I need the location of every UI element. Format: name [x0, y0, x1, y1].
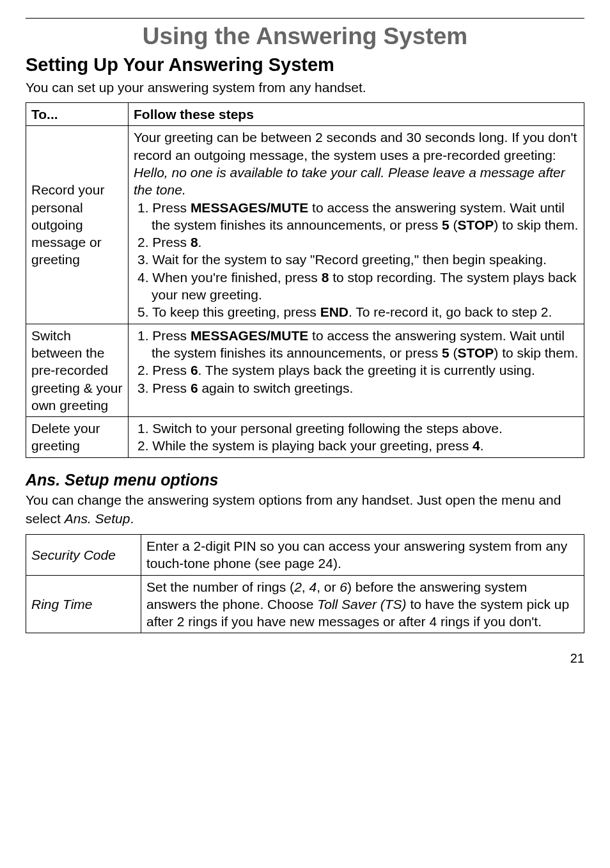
t: 1. Press — [137, 200, 191, 215]
step-item: 5. To keep this greeting, press END. To … — [134, 303, 579, 320]
t: Set the number of rings ( — [146, 580, 294, 594]
t: 3. Press — [137, 381, 191, 395]
row-steps-delete: 1. Switch to your personal greeting foll… — [129, 417, 584, 458]
key-5: 5 — [442, 217, 450, 232]
t: ) to skip them. — [494, 345, 578, 360]
stop-label: STOP — [458, 217, 494, 232]
step-item: 1. Press MESSAGES/MUTE to access the ans… — [134, 327, 579, 362]
option-security-code: Security Code — [26, 534, 141, 575]
t: ( — [450, 345, 458, 360]
key-8: 8 — [191, 235, 198, 249]
stop-label: STOP — [458, 345, 494, 360]
t: , — [302, 580, 309, 594]
toll-saver: Toll Saver (TS) — [317, 597, 406, 612]
table-row: Ring Time Set the number of rings (2, 4,… — [26, 575, 584, 633]
key-8: 8 — [322, 270, 329, 285]
ans-setup-menu-name: Ans. Setup — [65, 511, 130, 526]
ans-setup-heading: Ans. Setup menu options — [26, 470, 584, 491]
t: . To re-record it, go back to step 2. — [348, 304, 552, 319]
pre-text: Your greeting can be between 2 seconds a… — [134, 130, 577, 162]
ring-2: 2 — [294, 580, 302, 594]
step-item: 4. When you're finished, press 8 to stop… — [134, 269, 579, 304]
ans-setup-intro: You can change the answering system opti… — [26, 491, 584, 528]
end-label: END — [320, 304, 348, 319]
messages-mute-label: MESSAGES/MUTE — [191, 200, 308, 215]
step-item: 2. Press 6. The system plays back the gr… — [134, 361, 579, 379]
t: 5. To keep this greeting, press — [137, 304, 320, 319]
t: 2. Press — [137, 363, 191, 377]
step-item: 1. Switch to your personal greeting foll… — [134, 420, 579, 437]
ring-6: 6 — [340, 580, 347, 594]
step-item: 2. While the system is playing back your… — [134, 437, 579, 454]
key-4: 4 — [473, 438, 480, 453]
row-label-switch: Switch between the pre-recorded greeting… — [26, 324, 129, 416]
t: . — [198, 235, 202, 249]
page-number: 21 — [26, 650, 584, 667]
step-item: 1. Press MESSAGES/MUTE to access the ans… — [134, 199, 579, 234]
row-label-delete: Delete your greeting — [26, 417, 129, 458]
pre-italic: Hello, no one is available to take your … — [134, 165, 565, 197]
t: . — [130, 511, 134, 526]
row-label-record: Record your personal outgoing message or… — [26, 126, 129, 324]
steps-list: 1. Press MESSAGES/MUTE to access the ans… — [134, 199, 579, 321]
step-item: 2. Press 8. — [134, 233, 579, 251]
page-title: Using the Answering System — [26, 21, 584, 52]
t: . — [480, 438, 484, 453]
step-item: 3. Press 6 again to switch greetings. — [134, 379, 579, 397]
t: . The system plays back the greeting it … — [198, 363, 535, 377]
options-table: Security Code Enter a 2-digit PIN so you… — [26, 534, 584, 633]
t: 2. Press — [137, 235, 191, 249]
steps-list: 1. Press MESSAGES/MUTE to access the ans… — [134, 327, 579, 397]
t: again to switch greetings. — [198, 381, 354, 395]
t: ( — [450, 217, 458, 232]
t: 1. Press — [137, 328, 191, 343]
option-desc: Enter a 2-digit PIN so you can access yo… — [141, 534, 584, 575]
messages-mute-label: MESSAGES/MUTE — [191, 328, 308, 343]
option-ring-time: Ring Time — [26, 575, 141, 633]
step-item: 3. Wait for the system to say "Record gr… — [134, 251, 579, 268]
t: ) to skip them. — [494, 217, 578, 232]
top-rule — [26, 18, 584, 19]
option-desc: Set the number of rings (2, 4, or 6) bef… — [141, 575, 584, 633]
steps-list: 1. Switch to your personal greeting foll… — [134, 420, 579, 455]
setup-table: To... Follow these steps Record your per… — [26, 102, 584, 458]
header-to: To... — [26, 103, 129, 126]
key-6: 6 — [191, 363, 198, 377]
t: , or — [317, 580, 340, 594]
table-row: Delete your greeting 1. Switch to your p… — [26, 417, 584, 458]
row-steps-switch: 1. Press MESSAGES/MUTE to access the ans… — [129, 324, 584, 416]
key-5: 5 — [442, 345, 450, 360]
ring-4: 4 — [309, 580, 317, 594]
table-row: Security Code Enter a 2-digit PIN so you… — [26, 534, 584, 575]
header-steps: Follow these steps — [129, 103, 584, 126]
table-row: Switch between the pre-recorded greeting… — [26, 324, 584, 416]
intro-text: You can set up your answering system fro… — [26, 79, 584, 96]
t: 4. When you're finished, press — [137, 270, 322, 285]
section-heading: Setting Up Your Answering System — [26, 53, 584, 77]
row-steps-record: Your greeting can be between 2 seconds a… — [129, 126, 584, 324]
t: 2. While the system is playing back your… — [137, 438, 473, 453]
table-header-row: To... Follow these steps — [26, 103, 584, 126]
table-row: Record your personal outgoing message or… — [26, 126, 584, 324]
key-6: 6 — [191, 381, 198, 395]
greeting-preamble: Your greeting can be between 2 seconds a… — [134, 129, 579, 198]
